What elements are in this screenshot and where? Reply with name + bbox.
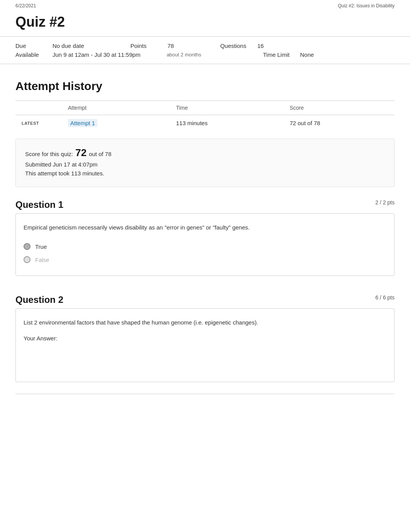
breadcrumb: Quiz #2: Issues in Disability bbox=[338, 3, 395, 8]
attempt-time-cell: 113 minutes bbox=[170, 115, 283, 131]
available-value: Jun 9 at 12am - Jul 30 at 11:59pm bbox=[53, 51, 141, 58]
points-value: 78 bbox=[168, 42, 174, 49]
duration-line: This attempt took 113 minutes. bbox=[25, 170, 385, 177]
col-header-time: Time bbox=[170, 101, 283, 115]
questions-group: Questions 16 bbox=[220, 42, 287, 49]
col-header-score: Score bbox=[283, 101, 395, 115]
info-row-top: Due No due date Points 78 Questions 16 bbox=[15, 41, 395, 50]
attempt-link-cell[interactable]: Attempt 1 bbox=[62, 115, 170, 131]
available-label: Available bbox=[15, 51, 50, 58]
score-number: 72 bbox=[75, 147, 86, 159]
duration-text: This attempt took 113 minutes. bbox=[25, 170, 104, 177]
bottom-divider bbox=[15, 394, 395, 394]
due-value: No due date bbox=[53, 42, 84, 49]
question-1-pts: 2 / 2 pts bbox=[375, 199, 395, 206]
question-1-title: Question 1 bbox=[15, 199, 63, 210]
col-header-empty bbox=[15, 101, 62, 115]
available-group: Available Jun 9 at 12am - Jul 30 at 11:5… bbox=[15, 51, 201, 58]
score-out-of: out of 78 bbox=[89, 151, 111, 157]
time-limit-label: Time Limit bbox=[263, 51, 298, 58]
question-2-title: Question 2 bbox=[15, 294, 63, 305]
available-sub: about 2 months bbox=[167, 52, 202, 58]
page-meta: 6/22/2021 Quiz #2: Issues in Disability bbox=[0, 0, 410, 10]
time-limit-value: None bbox=[300, 51, 314, 58]
table-row: LATEST Attempt 1 113 minutes 72 out of 7… bbox=[15, 115, 395, 131]
score-section: Score for this quiz: 72 out of 78 Submit… bbox=[15, 139, 395, 187]
info-row-bottom: Available Jun 9 at 12am - Jul 30 at 11:5… bbox=[15, 50, 395, 59]
score-label: Score for this quiz: bbox=[25, 151, 73, 157]
points-label: Points bbox=[130, 42, 165, 49]
info-bar: Due No due date Points 78 Questions 16 A… bbox=[0, 36, 410, 64]
question-1-body: Empirical geneticism necessarily views d… bbox=[15, 213, 395, 276]
answer-false: False bbox=[24, 253, 386, 266]
answer-area bbox=[24, 342, 386, 372]
col-header-attempt: Attempt bbox=[62, 101, 170, 115]
question-2-header: Question 2 6 / 6 pts bbox=[15, 290, 395, 308]
page-title: Quiz #2 bbox=[0, 10, 410, 36]
time-limit-group: Time Limit None bbox=[263, 51, 337, 58]
question-2-body: List 2 environmental factors that have s… bbox=[15, 308, 395, 382]
questions-value: 16 bbox=[257, 42, 264, 49]
attempt-link[interactable]: Attempt 1 bbox=[68, 119, 97, 127]
question-1-section: Question 1 2 / 2 pts Empirical geneticis… bbox=[15, 195, 395, 276]
due-label: Due bbox=[15, 42, 50, 49]
question-1-header: Question 1 2 / 2 pts bbox=[15, 195, 395, 213]
attempt-score-cell: 72 out of 78 bbox=[283, 115, 395, 131]
attempt-label-cell: LATEST bbox=[15, 115, 62, 131]
question-1-text: Empirical geneticism necessarily views d… bbox=[24, 223, 386, 232]
page-date: 6/22/2021 bbox=[15, 3, 36, 8]
submitted-text: Submitted Jun 17 at 4:07pm bbox=[25, 161, 98, 168]
answer-true-label: True bbox=[35, 243, 47, 250]
radio-true bbox=[24, 243, 30, 250]
your-answer-label: Your Answer: bbox=[24, 335, 386, 342]
submitted-line: Submitted Jun 17 at 4:07pm bbox=[25, 161, 385, 168]
question-2-section: Question 2 6 / 6 pts List 2 environmenta… bbox=[15, 290, 395, 382]
question-2-text: List 2 environmental factors that have s… bbox=[24, 318, 386, 327]
answer-true: True bbox=[24, 240, 386, 253]
question-2-pts: 6 / 6 pts bbox=[375, 294, 395, 301]
points-group: Points 78 bbox=[130, 42, 197, 49]
answer-false-label: False bbox=[35, 257, 49, 263]
attempt-history-title: Attempt History bbox=[0, 64, 410, 100]
questions-label: Questions bbox=[220, 42, 255, 49]
radio-false bbox=[24, 256, 30, 263]
due-group: Due No due date bbox=[15, 42, 107, 49]
score-line: Score for this quiz: 72 out of 78 bbox=[25, 147, 385, 159]
attempt-table: Attempt Time Score LATEST Attempt 1 113 … bbox=[15, 100, 395, 131]
